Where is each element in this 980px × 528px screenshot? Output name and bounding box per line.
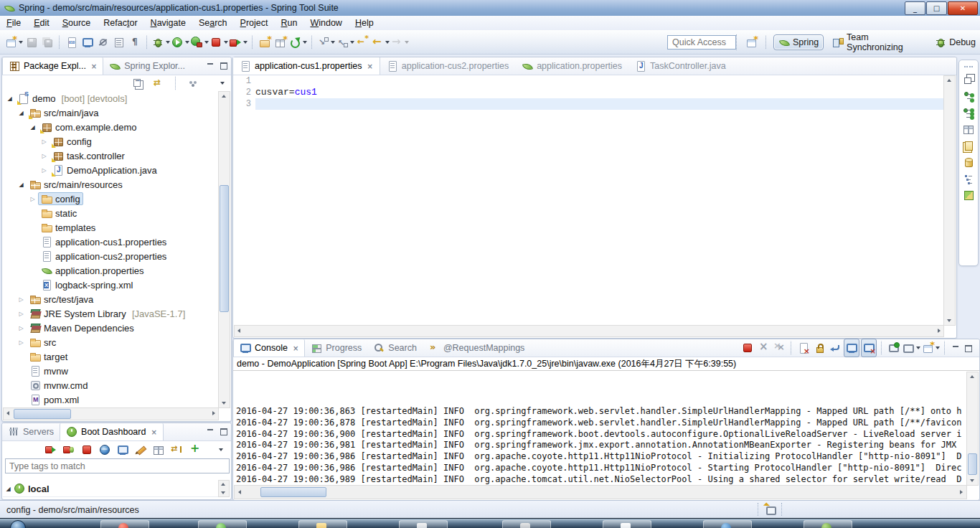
tag-filter-input[interactable] xyxy=(5,458,230,473)
twisty-icon[interactable] xyxy=(39,148,50,164)
view-toolbar-button[interactable] xyxy=(151,75,166,92)
toolbar-button[interactable] xyxy=(391,34,409,51)
tree-item[interactable]: Maven Dependencies xyxy=(3,321,219,335)
console-toolbar-button[interactable] xyxy=(922,339,940,357)
console-toolbar-button[interactable] xyxy=(756,339,771,357)
toolbar-button[interactable] xyxy=(252,35,253,50)
toolbar-button[interactable] xyxy=(311,35,313,50)
tree-item[interactable]: application-cus1.properties xyxy=(3,235,219,249)
minimize-view-icon[interactable] xyxy=(952,344,960,352)
console-toolbar-button[interactable] xyxy=(861,339,877,357)
boot-target-item[interactable]: local xyxy=(3,481,219,497)
view-tab[interactable]: @RequestMappings xyxy=(423,339,530,357)
view-toolbar-button[interactable] xyxy=(131,75,145,92)
console-toolbar-button[interactable] xyxy=(740,339,755,357)
minimized-view-icon[interactable] xyxy=(963,156,974,168)
minimized-view-icon[interactable] xyxy=(963,140,974,151)
boot-toolbar-button[interactable] xyxy=(205,441,223,458)
menu-item[interactable]: Help xyxy=(349,16,380,29)
chevron-down-icon[interactable] xyxy=(331,41,335,44)
boot-toolbar-button[interactable] xyxy=(133,441,148,458)
tree-item[interactable]: config xyxy=(3,192,219,206)
menu-item[interactable]: Refactor xyxy=(97,16,143,29)
view-tab[interactable]: Package Expl... × xyxy=(2,57,103,75)
menu-item[interactable]: Window xyxy=(303,16,348,29)
editor-tab[interactable]: application.properties xyxy=(515,57,628,75)
console-toolbar-button[interactable] xyxy=(903,339,920,357)
tree-item[interactable]: mvnw xyxy=(3,364,219,378)
minimized-view-icon[interactable] xyxy=(963,90,974,102)
toolbar-button[interactable] xyxy=(230,34,248,51)
toolbar-button[interactable] xyxy=(171,34,189,51)
console-vertical-scrollbar[interactable] xyxy=(966,372,979,486)
taskbar-app-button[interactable] xyxy=(603,520,651,528)
text-editor[interactable]: 1 2 cusvar=cus1 3 xyxy=(234,75,944,326)
taskbar-app-button[interactable] xyxy=(703,520,752,528)
tree-item[interactable]: templates xyxy=(3,220,219,235)
boot-toolbar-button[interactable] xyxy=(116,441,130,458)
twisty-icon[interactable] xyxy=(39,133,50,149)
console-toolbar-button[interactable] xyxy=(772,339,786,357)
minimized-view-icon[interactable] xyxy=(963,173,974,184)
drag-handle[interactable] xyxy=(964,66,973,67)
close-icon[interactable]: × xyxy=(91,62,97,70)
menu-item[interactable]: Navigate xyxy=(144,16,192,29)
perspective-button[interactable]: Team Synchronizing xyxy=(828,31,926,54)
console-toolbar-button[interactable] xyxy=(844,339,859,357)
chevron-down-icon[interactable] xyxy=(220,82,225,85)
chevron-down-icon[interactable] xyxy=(224,41,228,44)
taskbar-app-button[interactable] xyxy=(198,520,247,528)
menu-item[interactable]: Search xyxy=(192,16,234,29)
toolbar-button[interactable] xyxy=(289,34,307,51)
taskbar-app-button[interactable] xyxy=(502,520,551,528)
console-toolbar-button[interactable] xyxy=(881,341,882,355)
twisty-icon[interactable] xyxy=(16,291,27,307)
minimize-view-icon[interactable] xyxy=(207,428,215,435)
launch-status-icon[interactable] xyxy=(764,504,776,515)
tree-item[interactable]: task.controller xyxy=(3,148,219,163)
toolbar-button[interactable] xyxy=(210,34,228,51)
view-tab[interactable]: Search xyxy=(367,339,423,357)
minimize-button[interactable]: _ xyxy=(905,1,925,15)
chevron-down-icon[interactable] xyxy=(385,41,390,44)
view-tab[interactable]: Servers xyxy=(2,423,60,440)
twisty-icon[interactable] xyxy=(16,320,27,336)
console-toolbar-button[interactable] xyxy=(887,339,901,357)
toolbar-button[interactable] xyxy=(40,34,55,51)
chevron-down-icon[interactable] xyxy=(350,41,354,44)
tree-item[interactable]: src/test/java xyxy=(3,292,219,306)
twisty-icon[interactable] xyxy=(4,91,15,106)
boot-toolbar-button[interactable] xyxy=(151,441,166,458)
chevron-down-icon[interactable] xyxy=(166,41,170,44)
boot-scrollbar[interactable] xyxy=(218,480,230,497)
menu-item[interactable]: File xyxy=(0,16,27,29)
console-toolbar-button[interactable] xyxy=(796,339,811,357)
twisty-icon[interactable] xyxy=(16,306,27,321)
tree-item[interactable]: src xyxy=(3,335,219,349)
toolbar-button[interactable] xyxy=(80,34,95,51)
toolbar-button[interactable] xyxy=(112,34,126,51)
toolbar-button[interactable] xyxy=(146,35,148,50)
minimized-view-icon[interactable] xyxy=(963,74,974,85)
chevron-down-icon[interactable] xyxy=(19,41,23,44)
console-horizontal-scrollbar[interactable] xyxy=(234,485,967,499)
close-icon[interactable]: × xyxy=(367,62,372,70)
chevron-down-icon[interactable] xyxy=(303,41,307,44)
start-orb-icon[interactable] xyxy=(10,520,26,528)
tree-item[interactable]: com.example.demo xyxy=(3,120,219,134)
tree-item[interactable]: application.properties xyxy=(3,263,219,278)
toolbar-button[interactable] xyxy=(372,34,390,51)
chevron-down-icon[interactable] xyxy=(204,41,209,44)
boot-toolbar-button[interactable] xyxy=(98,441,112,458)
maximize-view-icon[interactable] xyxy=(220,428,227,435)
chevron-down-icon[interactable] xyxy=(185,41,189,44)
taskbar-app-button[interactable] xyxy=(804,520,852,528)
toolbar-button[interactable] xyxy=(5,34,23,51)
tree-item[interactable]: logback-spring.xml xyxy=(3,278,219,292)
tree-item[interactable]: src/main/resources xyxy=(3,177,219,192)
toolbar-button[interactable] xyxy=(191,34,209,51)
taskbar-app-button[interactable] xyxy=(298,520,347,528)
console-toolbar-button[interactable] xyxy=(791,341,792,355)
tree-vertical-scrollbar[interactable] xyxy=(218,91,230,408)
tree-horizontal-scrollbar[interactable] xyxy=(3,407,219,420)
